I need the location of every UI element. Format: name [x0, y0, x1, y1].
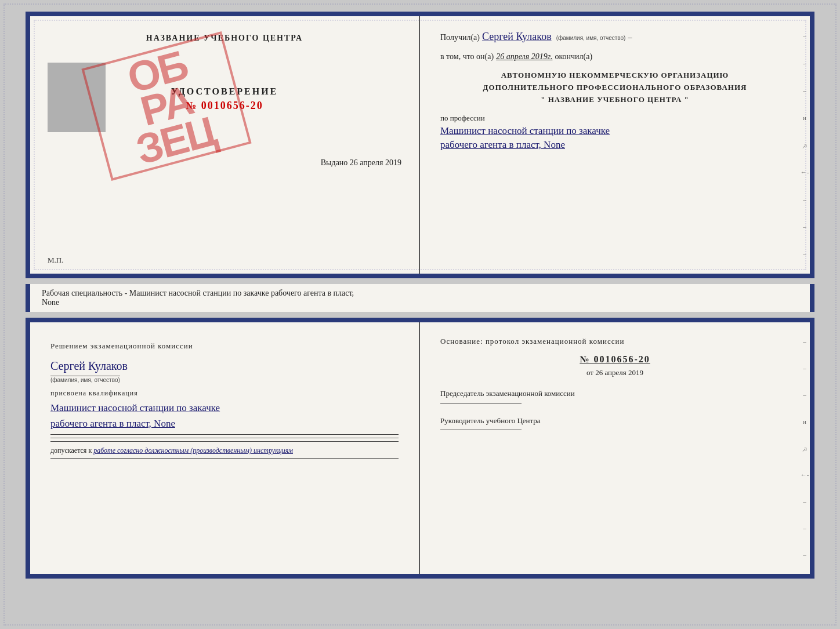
right-edge-decoration: – – – и ,а ←- – – – [799, 16, 810, 274]
ruk-sig-line [440, 430, 522, 430]
dash1: – [628, 33, 632, 42]
underline4 [50, 458, 399, 459]
ruk-label: Руководитель учебного Центра [440, 415, 790, 427]
bottom-profession-line2: рабочего агента в пласт, None [50, 416, 399, 431]
dopuskaetsya-prefix: допускается к [50, 446, 92, 455]
fio-label-top: (фамилия, имя, отчество) [556, 35, 626, 41]
bottom-cert-right: Основание: протокол экзаменационной коми… [420, 322, 810, 574]
poluchil-name: Сергей Кулаков [482, 31, 552, 42]
profession-section: по профессии Машинист насосной станции п… [440, 114, 790, 151]
poluchil-label: Получил(а) [440, 33, 480, 42]
underline3 [50, 441, 399, 442]
underline1 [50, 434, 399, 435]
vtom-date: 26 апреля 2019г. [496, 52, 552, 61]
underline2 [50, 438, 399, 438]
org-line2: ДОПОЛНИТЕЛЬНОГО ПРОФЕССИОНАЛЬНОГО ОБРАЗО… [440, 82, 790, 94]
vtom-label: в том, что он(а) [440, 52, 494, 61]
photo-placeholder [48, 63, 106, 132]
top-cert-right: Получил(а) Сергей Кулаков (фамилия, имя,… [420, 16, 810, 274]
top-left-title: НАЗВАНИЕ УЧЕБНОГО ЦЕНТРА [146, 34, 303, 43]
protocol-date-prefix: от [586, 368, 593, 377]
dopuskaetsya-line: допускается к работе согласно должностны… [50, 446, 399, 455]
middle-text-block: Рабочая специальность - Машинист насосно… [26, 284, 814, 312]
bottom-name: Сергей Кулаков [50, 359, 399, 373]
protocol-date-value: 26 апреля 2019 [595, 368, 643, 377]
ruk-block: Руководитель учебного Центра [440, 415, 790, 431]
bottom-cert-left: Решением экзаменационной комиссии Сергей… [30, 322, 420, 574]
profession-line1: Машинист насосной станции по закачке [440, 125, 790, 137]
middle-text2: None [42, 298, 59, 307]
okonchil-label: окончил(а) [555, 52, 592, 61]
vtom-section: в том, что он(а) 26 апреля 2019г. окончи… [440, 51, 790, 61]
vydano-line: Выдано 26 апреля 2019 [321, 158, 401, 168]
vydano-text: Выдано 26 апреля 2019 [321, 158, 401, 167]
protocol-number: № 0010656-20 [440, 354, 790, 365]
org-line3: " НАЗВАНИЕ УЧЕБНОГО ЦЕНТРА " [440, 94, 790, 106]
dopuskaetsya-text: работе согласно должностным (производств… [93, 446, 293, 455]
profession-line2: рабочего агента в пласт, None [440, 139, 790, 151]
bottom-fio-label: (фамилия, имя, отчество) [50, 376, 120, 383]
poluchil-section: Получил(а) Сергей Кулаков (фамилия, имя,… [440, 31, 790, 43]
osnov-title: Основание: протокол экзаменационной коми… [440, 337, 790, 346]
bottom-certificate: Решением экзаменационной комиссии Сергей… [26, 318, 814, 579]
resheniem-label: Решением экзаменационной комиссии [50, 340, 399, 352]
top-certificate: НАЗВАНИЕ УЧЕБНОГО ЦЕНТРА ОБРАЗЕЦ УДОСТОВ… [26, 12, 814, 278]
protocol-date: от 26 апреля 2019 [440, 368, 790, 377]
org-line1: АВТОНОМНУЮ НЕКОММЕРЧЕСКУЮ ОРГАНИЗАЦИЮ [440, 70, 790, 82]
bottom-profession-line1: Машинист насосной станции по закачке [50, 400, 399, 416]
mp-label: М.П. [48, 256, 63, 265]
pred-sig-line [440, 403, 522, 403]
udost-number: № 0010656-20 [171, 100, 278, 112]
udost-block: УДОСТОВЕРЕНИЕ № 0010656-20 [171, 86, 278, 112]
org-section: АВТОНОМНУЮ НЕКОММЕРЧЕСКУЮ ОРГАНИЗАЦИЮ ДО… [440, 70, 790, 106]
top-cert-left: НАЗВАНИЕ УЧЕБНОГО ЦЕНТРА ОБРАЗЕЦ УДОСТОВ… [30, 16, 420, 274]
po-professii-label: по профессии [440, 114, 790, 123]
middle-main-text: Рабочая специальность - Машинист насосно… [42, 289, 354, 297]
prisvoena-label: присвоена квалификация [50, 389, 399, 398]
bottom-right-edge-decoration: – – – и ,а ←- – – – [799, 322, 810, 574]
udost-label: УДОСТОВЕРЕНИЕ [171, 86, 278, 97]
pred-label: Председатель экзаменационной комиссии [440, 388, 790, 399]
pred-block: Председатель экзаменационной комиссии [440, 388, 790, 403]
